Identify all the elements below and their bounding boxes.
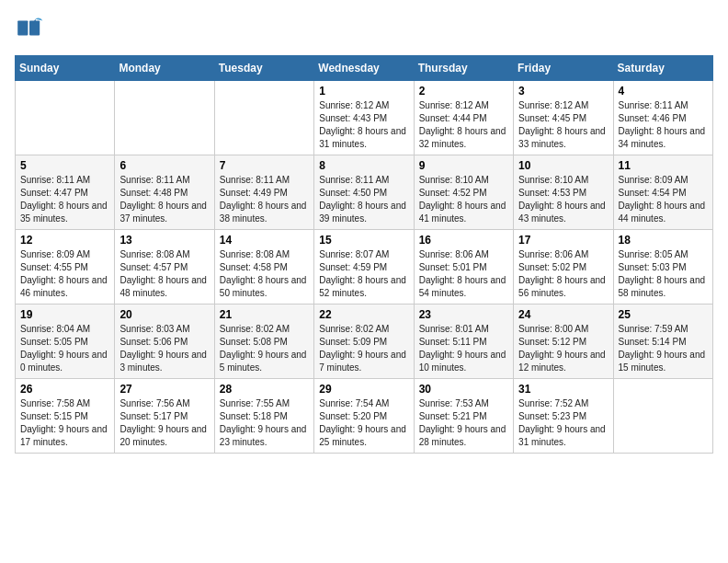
day-header-saturday: Saturday [613, 56, 712, 81]
day-detail: Sunrise: 8:02 AM Sunset: 5:08 PM Dayligh… [220, 323, 309, 374]
calendar-cell: 12Sunrise: 8:09 AM Sunset: 4:55 PM Dayli… [16, 230, 115, 304]
calendar-cell: 18Sunrise: 8:05 AM Sunset: 5:03 PM Dayli… [613, 230, 712, 304]
calendar-cell: 13Sunrise: 8:08 AM Sunset: 4:57 PM Dayli… [115, 230, 214, 304]
day-detail: Sunrise: 7:53 AM Sunset: 5:21 PM Dayligh… [419, 397, 508, 449]
day-number: 4 [619, 85, 708, 98]
calendar-cell [613, 379, 712, 454]
day-detail: Sunrise: 8:11 AM Sunset: 4:46 PM Dayligh… [619, 99, 708, 151]
day-number: 10 [518, 159, 608, 172]
day-detail: Sunrise: 8:06 AM Sunset: 5:01 PM Dayligh… [419, 248, 508, 300]
day-number: 14 [220, 234, 309, 247]
logo-icon [15, 15, 44, 44]
day-number: 23 [419, 308, 508, 321]
day-detail: Sunrise: 8:11 AM Sunset: 4:50 PM Dayligh… [319, 174, 408, 225]
day-header-tuesday: Tuesday [214, 56, 313, 81]
day-number: 5 [20, 159, 109, 172]
day-number: 7 [220, 159, 309, 172]
calendar-cell: 19Sunrise: 8:04 AM Sunset: 5:05 PM Dayli… [16, 304, 115, 379]
day-detail: Sunrise: 8:11 AM Sunset: 4:49 PM Dayligh… [220, 174, 309, 225]
day-detail: Sunrise: 8:03 AM Sunset: 5:06 PM Dayligh… [119, 323, 209, 374]
day-number: 8 [319, 159, 408, 172]
day-number: 6 [119, 159, 209, 172]
day-number: 9 [419, 159, 508, 172]
day-detail: Sunrise: 7:58 AM Sunset: 5:15 PM Dayligh… [20, 397, 109, 449]
calendar-cell: 21Sunrise: 8:02 AM Sunset: 5:08 PM Dayli… [214, 304, 313, 379]
day-detail: Sunrise: 8:06 AM Sunset: 5:02 PM Dayligh… [518, 248, 608, 300]
day-number: 12 [20, 234, 109, 247]
calendar-cell: 3Sunrise: 8:12 AM Sunset: 4:45 PM Daylig… [514, 81, 613, 155]
calendar-cell: 4Sunrise: 8:11 AM Sunset: 4:46 PM Daylig… [613, 81, 712, 155]
day-detail: Sunrise: 8:04 AM Sunset: 5:05 PM Dayligh… [20, 323, 109, 374]
day-header-monday: Monday [115, 56, 214, 81]
day-number: 25 [619, 308, 708, 321]
calendar-cell: 6Sunrise: 8:11 AM Sunset: 4:48 PM Daylig… [115, 155, 214, 230]
calendar-cell: 20Sunrise: 8:03 AM Sunset: 5:06 PM Dayli… [115, 304, 214, 379]
day-header-sunday: Sunday [16, 56, 115, 81]
calendar-cell: 29Sunrise: 7:54 AM Sunset: 5:20 PM Dayli… [314, 379, 414, 454]
day-number: 19 [20, 308, 109, 321]
day-detail: Sunrise: 8:12 AM Sunset: 4:43 PM Dayligh… [319, 99, 408, 151]
calendar-cell: 10Sunrise: 8:10 AM Sunset: 4:53 PM Dayli… [514, 155, 613, 230]
calendar-cell: 27Sunrise: 7:56 AM Sunset: 5:17 PM Dayli… [115, 379, 214, 454]
day-header-thursday: Thursday [414, 56, 513, 81]
calendar-cell: 30Sunrise: 7:53 AM Sunset: 5:21 PM Dayli… [414, 379, 513, 454]
day-number: 22 [319, 308, 408, 321]
day-number: 20 [119, 308, 209, 321]
day-detail: Sunrise: 7:59 AM Sunset: 5:14 PM Dayligh… [619, 323, 708, 374]
calendar-cell: 23Sunrise: 8:01 AM Sunset: 5:11 PM Dayli… [414, 304, 513, 379]
day-detail: Sunrise: 8:00 AM Sunset: 5:12 PM Dayligh… [518, 323, 608, 374]
day-detail: Sunrise: 7:56 AM Sunset: 5:17 PM Dayligh… [119, 397, 209, 449]
day-detail: Sunrise: 8:11 AM Sunset: 4:47 PM Dayligh… [20, 174, 109, 225]
day-number: 1 [319, 85, 408, 98]
calendar-week-5: 26Sunrise: 7:58 AM Sunset: 5:15 PM Dayli… [16, 379, 713, 454]
day-detail: Sunrise: 8:10 AM Sunset: 4:52 PM Dayligh… [419, 174, 508, 225]
calendar-header-row: SundayMondayTuesdayWednesdayThursdayFrid… [16, 56, 713, 81]
day-number: 3 [518, 85, 608, 98]
calendar-cell: 26Sunrise: 7:58 AM Sunset: 5:15 PM Dayli… [16, 379, 115, 454]
day-number: 24 [518, 308, 608, 321]
calendar-cell [115, 81, 214, 155]
header [15, 15, 713, 44]
day-number: 15 [319, 234, 408, 247]
day-number: 28 [220, 383, 309, 396]
calendar-cell: 15Sunrise: 8:07 AM Sunset: 4:59 PM Dayli… [314, 230, 414, 304]
day-detail: Sunrise: 8:02 AM Sunset: 5:09 PM Dayligh… [319, 323, 408, 374]
logo [15, 15, 48, 44]
calendar-cell: 14Sunrise: 8:08 AM Sunset: 4:58 PM Dayli… [214, 230, 313, 304]
calendar-cell: 25Sunrise: 7:59 AM Sunset: 5:14 PM Dayli… [613, 304, 712, 379]
day-detail: Sunrise: 8:10 AM Sunset: 4:53 PM Dayligh… [518, 174, 608, 225]
day-number: 17 [518, 234, 608, 247]
calendar-week-3: 12Sunrise: 8:09 AM Sunset: 4:55 PM Dayli… [16, 230, 713, 304]
day-detail: Sunrise: 8:01 AM Sunset: 5:11 PM Dayligh… [419, 323, 508, 374]
day-number: 31 [518, 383, 608, 396]
calendar-week-1: 1Sunrise: 8:12 AM Sunset: 4:43 PM Daylig… [16, 81, 713, 155]
calendar-table: SundayMondayTuesdayWednesdayThursdayFrid… [15, 55, 713, 454]
calendar-cell: 11Sunrise: 8:09 AM Sunset: 4:54 PM Dayli… [613, 155, 712, 230]
calendar-cell: 16Sunrise: 8:06 AM Sunset: 5:01 PM Dayli… [414, 230, 513, 304]
calendar-cell: 8Sunrise: 8:11 AM Sunset: 4:50 PM Daylig… [314, 155, 414, 230]
day-detail: Sunrise: 8:07 AM Sunset: 4:59 PM Dayligh… [319, 248, 408, 300]
calendar-cell: 31Sunrise: 7:52 AM Sunset: 5:23 PM Dayli… [514, 379, 613, 454]
svg-rect-1 [17, 20, 28, 35]
day-detail: Sunrise: 8:09 AM Sunset: 4:55 PM Dayligh… [20, 248, 109, 300]
calendar-cell: 28Sunrise: 7:55 AM Sunset: 5:18 PM Dayli… [214, 379, 313, 454]
day-number: 2 [419, 85, 508, 98]
day-detail: Sunrise: 8:12 AM Sunset: 4:45 PM Dayligh… [518, 99, 608, 151]
day-number: 16 [419, 234, 508, 247]
day-number: 21 [220, 308, 309, 321]
day-number: 27 [119, 383, 209, 396]
calendar-cell: 1Sunrise: 8:12 AM Sunset: 4:43 PM Daylig… [314, 81, 414, 155]
calendar-cell: 5Sunrise: 8:11 AM Sunset: 4:47 PM Daylig… [16, 155, 115, 230]
calendar-cell: 24Sunrise: 8:00 AM Sunset: 5:12 PM Dayli… [514, 304, 613, 379]
day-detail: Sunrise: 8:11 AM Sunset: 4:48 PM Dayligh… [119, 174, 209, 225]
calendar-cell [214, 81, 313, 155]
day-detail: Sunrise: 8:08 AM Sunset: 4:57 PM Dayligh… [119, 248, 209, 300]
day-number: 18 [619, 234, 708, 247]
day-detail: Sunrise: 7:55 AM Sunset: 5:18 PM Dayligh… [220, 397, 309, 449]
day-detail: Sunrise: 8:09 AM Sunset: 4:54 PM Dayligh… [619, 174, 708, 225]
day-detail: Sunrise: 8:08 AM Sunset: 4:58 PM Dayligh… [220, 248, 309, 300]
calendar-cell: 17Sunrise: 8:06 AM Sunset: 5:02 PM Dayli… [514, 230, 613, 304]
day-number: 30 [419, 383, 508, 396]
day-header-wednesday: Wednesday [314, 56, 414, 81]
calendar-week-4: 19Sunrise: 8:04 AM Sunset: 5:05 PM Dayli… [16, 304, 713, 379]
